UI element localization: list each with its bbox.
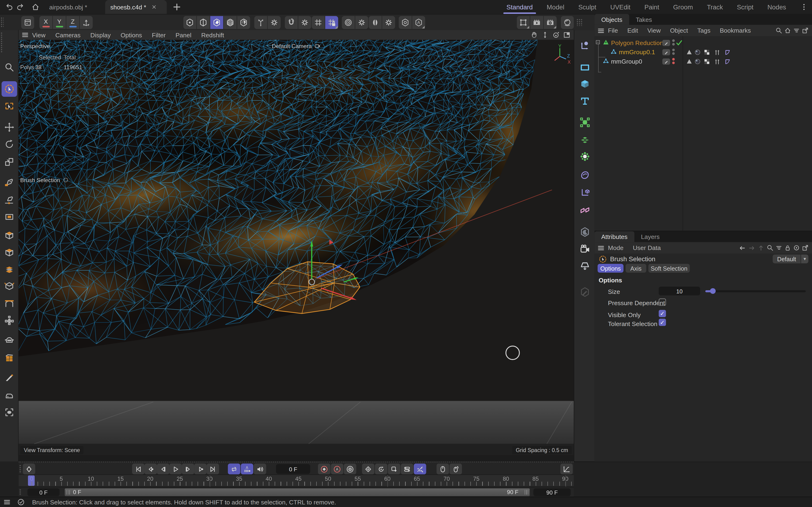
modeling-settings-button[interactable] <box>342 16 355 29</box>
popout-icon[interactable] <box>802 244 809 251</box>
viewport-3d-view[interactable]: Perspective Default Camera Selected Tota… <box>18 40 574 455</box>
home-filter-icon[interactable] <box>784 27 791 34</box>
model-mode-button[interactable] <box>224 16 237 29</box>
camera-button[interactable] <box>577 241 592 257</box>
objects-menu-file[interactable]: File <box>608 27 618 34</box>
layout-tab-nodes[interactable]: Nodes <box>767 0 786 14</box>
smooth-tool-button[interactable] <box>2 332 17 347</box>
ruler-frame-0[interactable]: 0 <box>26 475 38 482</box>
section-tab-soft-selection[interactable]: Soft Selection <box>649 264 690 273</box>
range-start-field[interactable]: 0 F <box>28 489 60 496</box>
ruler-frame-15[interactable]: 15 <box>114 475 127 482</box>
quantize-button[interactable] <box>312 16 325 29</box>
home-icon[interactable] <box>31 2 40 12</box>
play-mode-button[interactable]: A <box>241 463 253 474</box>
pen-tool-button[interactable] <box>2 174 17 190</box>
parent-object-icon[interactable] <box>757 244 765 251</box>
expand-icon[interactable] <box>595 40 601 45</box>
preview-range-bar[interactable]: 0 F 90 F <box>65 489 530 496</box>
texture-mode-button[interactable] <box>237 16 250 29</box>
mouse-rotation-button[interactable] <box>450 463 462 474</box>
record-scale-button[interactable] <box>375 463 388 474</box>
new-tab-icon[interactable] <box>172 2 182 12</box>
lock-z-axis-button[interactable]: Z <box>66 16 79 29</box>
scale-tool-button[interactable] <box>2 154 17 170</box>
close-tab-icon[interactable] <box>151 4 157 10</box>
tag-triangle-icon[interactable] <box>686 49 693 56</box>
more-layouts-icon[interactable] <box>800 3 808 11</box>
mograph-cloner-button[interactable] <box>577 149 592 164</box>
tolerant-selection-checkbox[interactable]: ✓ <box>659 319 666 326</box>
viewport-menu-view[interactable]: View <box>32 31 46 39</box>
move-tool-button[interactable] <box>2 119 17 135</box>
mesh-object-icon[interactable] <box>602 58 609 65</box>
ruler-frame-50[interactable]: 50 <box>322 475 334 482</box>
solo-off-button[interactable] <box>399 16 412 29</box>
subdivision-surface-button[interactable] <box>577 114 592 130</box>
edit-toggle-icon[interactable] <box>662 40 670 46</box>
object-label[interactable]: mmGroup0.1 <box>619 49 655 56</box>
ruler-frame-85[interactable]: 85 <box>529 475 542 482</box>
visibility-dots[interactable] <box>672 58 675 64</box>
palette-grip[interactable] <box>0 32 3 53</box>
layout-tab-model[interactable]: Model <box>547 0 564 14</box>
orbit-icon[interactable] <box>552 31 560 39</box>
ruler-frame-75[interactable]: 75 <box>470 475 483 482</box>
goto-end-button[interactable] <box>207 463 219 474</box>
visibility-dots[interactable] <box>672 49 675 55</box>
viewport-menu-options[interactable]: Options <box>120 31 142 39</box>
document-tab-shoesb[interactable]: shoesb.c4d * <box>105 0 166 14</box>
lock-y-axis-button[interactable]: Y <box>53 16 66 29</box>
tag-uvw-icon[interactable] <box>703 49 711 56</box>
snap-settings-button[interactable] <box>298 16 311 29</box>
attributes-menu-user-data[interactable]: User Data <box>633 244 661 251</box>
undo-icon[interactable] <box>4 2 14 12</box>
layout-tab-standard[interactable]: Standard <box>507 0 533 14</box>
timeline-grip[interactable] <box>19 464 22 473</box>
tab-takes[interactable]: Takes <box>629 14 659 25</box>
edges-mode-button[interactable] <box>197 16 210 29</box>
object-row-polygon-reduction[interactable]: Polygon Reduction <box>595 38 812 48</box>
objects-menu-bookmarks[interactable]: Bookmarks <box>720 27 751 34</box>
edit-toggle-icon[interactable] <box>662 49 670 55</box>
goto-start-button[interactable] <box>132 463 145 474</box>
layout-tab-sculpt[interactable]: Sculpt <box>578 0 596 14</box>
tag-normals-icon[interactable] <box>714 58 721 65</box>
pressure-dependent-checkbox[interactable] <box>659 298 666 306</box>
section-tab-options[interactable]: Options <box>598 264 623 273</box>
dolly-icon[interactable] <box>541 31 549 39</box>
render-settings-button[interactable] <box>544 16 557 29</box>
ruler-frame-35[interactable]: 35 <box>233 475 245 482</box>
edit-toggle-icon[interactable] <box>662 58 670 64</box>
axis-settings-button[interactable] <box>268 16 281 29</box>
loop-button[interactable] <box>228 463 240 474</box>
object-row-mmgroup0-1[interactable]: mmGroup0.1 <box>595 48 812 57</box>
tag-triangle-icon[interactable] <box>686 58 693 65</box>
generator-object-icon[interactable] <box>602 39 609 46</box>
render-region-button[interactable] <box>517 16 530 29</box>
viewport-menu-icon[interactable] <box>21 31 29 39</box>
world-axis-button[interactable] <box>80 16 93 29</box>
record-position-button[interactable] <box>362 463 374 474</box>
redo-icon[interactable] <box>15 2 26 12</box>
next-frame-button[interactable] <box>182 463 194 474</box>
viewport-menu-display[interactable]: Display <box>91 31 111 39</box>
viewport-layout-button[interactable] <box>21 16 34 29</box>
autokey-button[interactable]: A <box>331 463 343 474</box>
ruler-frame-10[interactable]: 10 <box>85 475 97 482</box>
text-object-button[interactable] <box>577 93 592 109</box>
visibility-dots[interactable] <box>672 40 675 46</box>
viewport-canvas[interactable] <box>18 40 574 455</box>
size-slider-knob[interactable] <box>710 288 716 294</box>
subdivide-tool-button[interactable] <box>2 262 17 278</box>
tube-tool-button[interactable] <box>2 209 17 224</box>
size-slider-track[interactable] <box>705 290 806 292</box>
knife-tool-button[interactable] <box>2 370 17 385</box>
timeline-ruler[interactable]: 051015202530354045505560657075808590 <box>18 474 574 486</box>
objects-menu-edit[interactable]: Edit <box>627 27 638 34</box>
history-forward-icon[interactable] <box>748 244 756 251</box>
search-icon[interactable] <box>766 244 774 251</box>
maximize-view-icon[interactable] <box>563 31 571 39</box>
live-selection-tool-button[interactable] <box>2 81 17 97</box>
ruler-frame-40[interactable]: 40 <box>262 475 275 482</box>
